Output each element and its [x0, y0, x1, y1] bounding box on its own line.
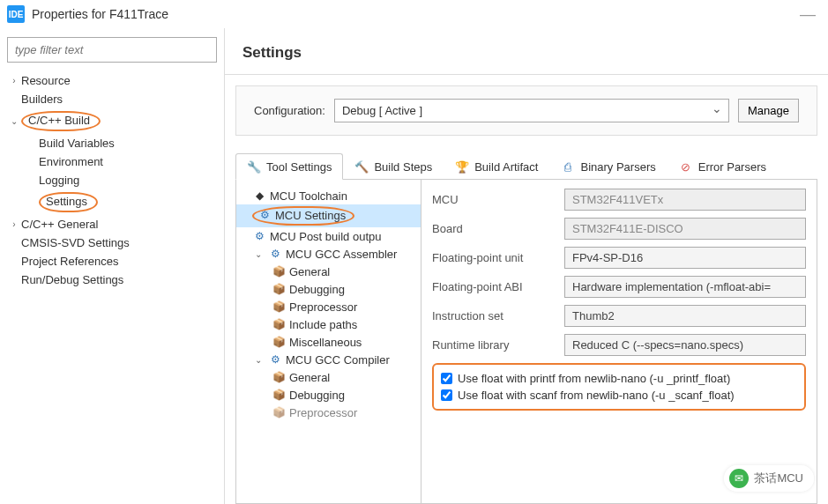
configuration-label: Configuration: — [254, 104, 325, 117]
nav-label: Logging — [39, 174, 79, 187]
nav-item-logging[interactable]: Logging — [7, 171, 217, 189]
nav-label: Project References — [21, 255, 119, 268]
tree-item-general-2[interactable]: 📦General — [236, 368, 421, 386]
window-title: Properties for F411Trace — [32, 7, 168, 21]
wechat-icon: ✉ — [729, 469, 749, 488]
package-icon: 📦 — [272, 264, 286, 278]
nav-item-environment[interactable]: Environment — [7, 152, 217, 171]
nav-label: Builders — [21, 93, 63, 106]
tab-tool-settings[interactable]: 🔧Tool Settings — [235, 153, 343, 180]
tab-label: Error Parsers — [698, 160, 766, 174]
nav-item-resource[interactable]: ›Resource — [7, 71, 217, 90]
nav-label: Run/Debug Settings — [21, 273, 123, 286]
package-icon: 📦 — [272, 282, 286, 296]
configuration-select[interactable]: Debug [ Active ] — [334, 99, 729, 122]
nav-item-project-refs[interactable]: Project References — [7, 252, 217, 271]
nav-item-build-variables[interactable]: Build Variables — [7, 134, 217, 152]
fpu-label: Floating-point unit — [432, 251, 556, 264]
package-icon: 📦 — [272, 388, 286, 402]
gear-icon: ⚙ — [268, 352, 282, 367]
tree-label: Miscellaneous — [289, 336, 362, 349]
nav-item-settings[interactable]: Settings — [7, 189, 217, 215]
nav-item-ccpp-build[interactable]: ⌄C/C++ Build — [7, 108, 217, 134]
tree-item-mcu-post[interactable]: ⚙MCU Post build outpu — [236, 227, 421, 245]
fabi-select[interactable]: Hardware implementation (-mfloat-abi= — [564, 276, 806, 298]
fabi-label: Floating-point ABI — [432, 280, 556, 293]
tree-item-general[interactable]: 📦General — [236, 263, 421, 280]
runtime-label: Runtime library — [432, 338, 556, 352]
manage-configurations-button[interactable]: Manage — [738, 99, 799, 122]
binary-icon: ⎙ — [561, 159, 575, 174]
tree-label: General — [289, 371, 330, 384]
configuration-row: Configuration: Debug [ Active ] Manage — [235, 85, 817, 136]
board-field[interactable]: STM32F411E-DISCO — [564, 218, 806, 240]
runtime-library-select[interactable]: Reduced C (--specs=nano.specs) — [564, 334, 806, 356]
tab-build-artifact[interactable]: 🏆Build Artifact — [444, 153, 549, 179]
wrench-icon: 🔧 — [247, 159, 261, 174]
tree-item-debugging-2[interactable]: 📦Debugging — [236, 386, 421, 404]
tree-item-gcc-compiler[interactable]: ⌄⚙MCU GCC Compiler — [236, 351, 421, 368]
checkbox-label: Use float with printf from newlib-nano (… — [458, 372, 730, 385]
tree-label: MCU GCC Assembler — [286, 248, 397, 261]
settings-form: MCUSTM32F411VETx BoardSTM32F411E-DISCO F… — [421, 180, 817, 503]
titlebar: IDE Properties for F411Trace — — [0, 0, 828, 28]
tab-binary-parsers[interactable]: ⎙Binary Parsers — [549, 153, 667, 179]
package-icon: 📦 — [272, 405, 286, 419]
tree-item-gcc-assembler[interactable]: ⌄⚙MCU GCC Assembler — [236, 245, 421, 263]
error-icon: ⊘ — [679, 159, 693, 174]
nav-item-cmsis[interactable]: CMSIS-SVD Settings — [7, 233, 217, 252]
tab-error-parsers[interactable]: ⊘Error Parsers — [668, 153, 778, 179]
tree-label: Debugging — [289, 283, 345, 296]
nav-label: CMSIS-SVD Settings — [21, 236, 130, 249]
nav-item-run-debug[interactable]: Run/Debug Settings — [7, 271, 217, 289]
package-icon: 📦 — [272, 370, 286, 384]
nav-label: C/C++ Build — [28, 114, 90, 127]
minimize-icon[interactable]: — — [800, 5, 816, 24]
ide-logo-icon: IDE — [7, 5, 25, 23]
tree-item-mcu-toolchain[interactable]: ◆MCU Toolchain — [236, 187, 421, 204]
package-icon: 📦 — [272, 317, 286, 331]
tab-label: Tool Settings — [266, 160, 332, 174]
tree-item-debugging[interactable]: 📦Debugging — [236, 280, 421, 298]
tree-label: MCU Settings — [275, 209, 346, 222]
tree-item-preprocessor[interactable]: 📦Preprocessor — [236, 298, 421, 315]
tree-label: Include paths — [289, 318, 357, 331]
tab-label: Build Artifact — [474, 160, 538, 174]
checkbox-input[interactable] — [441, 373, 452, 384]
nav-label: Settings — [46, 195, 87, 208]
nav-item-ccpp-general[interactable]: ›C/C++ General — [7, 215, 217, 233]
highlight-annotation: ⚙MCU Settings — [252, 206, 354, 226]
checkbox-scanf-float[interactable]: Use float with scanf from newlib-nano (-… — [441, 387, 797, 404]
checkbox-input[interactable] — [441, 389, 452, 401]
tree-item-preprocessor-2[interactable]: 📦Preprocessor — [236, 404, 421, 421]
filter-input[interactable] — [7, 37, 217, 63]
gear-icon: ⚙ — [252, 229, 266, 243]
checkbox-printf-float[interactable]: Use float with printf from newlib-nano (… — [441, 370, 797, 387]
watermark-text: 茶话MCU — [754, 471, 803, 486]
tree-item-misc[interactable]: 📦Miscellaneous — [236, 333, 421, 351]
package-icon: 📦 — [272, 335, 286, 349]
highlight-annotation: Settings — [39, 192, 98, 212]
nav-label: Build Variables — [39, 137, 115, 150]
trophy-icon: 🏆 — [455, 159, 469, 174]
highlight-annotation: C/C++ Build — [21, 111, 101, 131]
tabstrip: 🔧Tool Settings 🔨Build Steps 🏆Build Artif… — [235, 153, 817, 180]
tree-item-mcu-settings[interactable]: ⚙MCU Settings — [236, 204, 421, 227]
tab-build-steps[interactable]: 🔨Build Steps — [343, 153, 444, 179]
tab-label: Binary Parsers — [580, 160, 655, 174]
instruction-set-select[interactable]: Thumb2 — [564, 305, 806, 327]
gear-icon: ⚙ — [257, 208, 272, 222]
tab-label: Build Steps — [374, 160, 432, 174]
nav-label: C/C++ General — [21, 218, 98, 231]
mcu-label: MCU — [432, 193, 556, 206]
navigation-sidebar: ›Resource Builders ⌄C/C++ Build Build Va… — [0, 28, 225, 504]
highlight-annotation: Use float with printf from newlib-nano (… — [432, 363, 806, 411]
hammer-icon: 🔨 — [354, 159, 369, 174]
mcu-field[interactable]: STM32F411VETx — [564, 189, 806, 211]
fpu-select[interactable]: FPv4-SP-D16 — [564, 247, 806, 269]
page-title: Settings — [225, 28, 828, 75]
tree-item-include-paths[interactable]: 📦Include paths — [236, 315, 421, 333]
nav-item-builders[interactable]: Builders — [7, 90, 217, 108]
package-icon: 📦 — [272, 300, 286, 314]
tree-label: MCU Post build outpu — [270, 230, 381, 243]
